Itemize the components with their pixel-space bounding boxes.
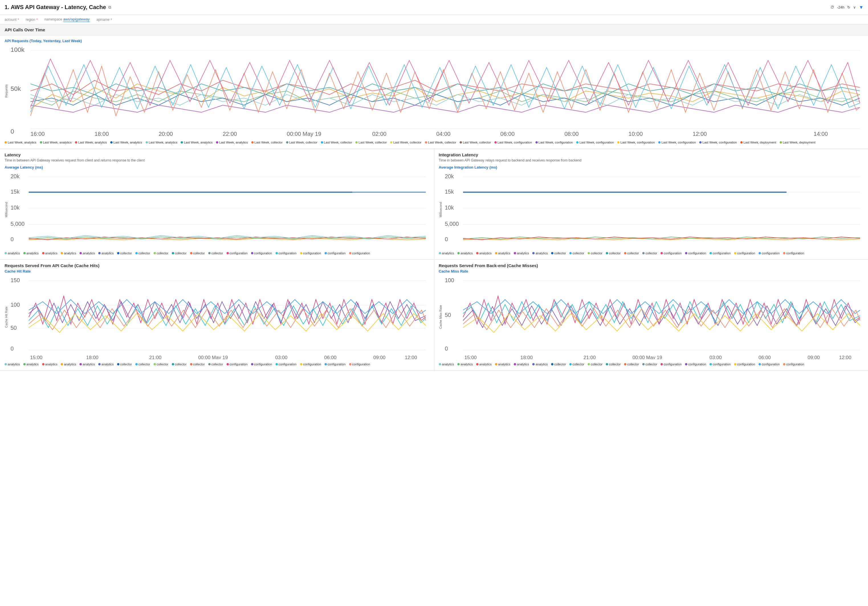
legend-item[interactable]: Last Week, collector	[251, 141, 283, 144]
legend-item[interactable]: configuration	[685, 252, 706, 255]
legend-item[interactable]: Last Week, analytics	[181, 141, 212, 144]
legend-item[interactable]: analytics	[439, 252, 454, 255]
legend-item[interactable]: Last Week, collector	[286, 141, 318, 144]
legend-item[interactable]: configuration	[660, 252, 682, 255]
legend-item[interactable]: collector	[606, 252, 621, 255]
legend-item[interactable]: configuration	[759, 252, 780, 255]
legend-item[interactable]: configuration	[325, 252, 346, 255]
legend-item[interactable]: configuration	[734, 363, 755, 366]
legend-item[interactable]: Last Week, configuration	[494, 141, 532, 144]
legend-item[interactable]: collector	[172, 363, 187, 366]
legend-item[interactable]: analytics	[476, 252, 491, 255]
legend-item[interactable]: configuration	[325, 363, 346, 366]
legend-item[interactable]: configuration	[226, 252, 248, 255]
legend-item[interactable]: collector	[208, 363, 223, 366]
legend-item[interactable]: configuration	[783, 252, 804, 255]
legend-item[interactable]: configuration	[734, 252, 755, 255]
legend-item[interactable]: collector	[190, 363, 205, 366]
legend-item[interactable]: configuration	[251, 363, 272, 366]
legend-item[interactable]: collector	[117, 363, 132, 366]
legend-item[interactable]: configuration	[300, 252, 321, 255]
legend-item[interactable]: configuration	[276, 363, 297, 366]
legend-item[interactable]: Last Week, analytics	[40, 141, 72, 144]
legend-item[interactable]: collector	[606, 363, 621, 366]
legend-item[interactable]: analytics	[79, 252, 95, 255]
legend-item[interactable]: configuration	[349, 363, 370, 366]
legend-item[interactable]: analytics	[61, 252, 76, 255]
legend-item[interactable]: configuration	[783, 363, 804, 366]
legend-item[interactable]: Last Week, analytics	[5, 141, 36, 144]
legend-item[interactable]: analytics	[42, 252, 57, 255]
legend-item[interactable]: analytics	[457, 252, 473, 255]
legend-item[interactable]: Last Week, configuration	[617, 141, 655, 144]
legend-item[interactable]: configuration	[685, 363, 706, 366]
chevron-icon[interactable]: ∨	[853, 5, 856, 9]
legend-item[interactable]: collector	[551, 363, 566, 366]
legend-item[interactable]: collector	[117, 252, 132, 255]
legend-item[interactable]: configuration	[759, 363, 780, 366]
legend-item[interactable]: analytics	[495, 252, 510, 255]
legend-item[interactable]: analytics	[5, 363, 20, 366]
legend-item[interactable]: collector	[172, 252, 187, 255]
legend-item[interactable]: analytics	[79, 363, 95, 366]
legend-item[interactable]: collector	[190, 252, 205, 255]
legend-item[interactable]: Last Week, analytics	[75, 141, 107, 144]
legend-item[interactable]: collector	[153, 363, 168, 366]
legend-item[interactable]: Last Week, deployment	[780, 141, 815, 144]
legend-item[interactable]: Last Week, collector	[425, 141, 456, 144]
legend-item[interactable]: Last Week, collector	[460, 141, 491, 144]
legend-item[interactable]: analytics	[5, 252, 20, 255]
legend-item[interactable]: configuration	[251, 252, 272, 255]
legend-item[interactable]: analytics	[98, 252, 114, 255]
legend-item[interactable]: configuration	[226, 363, 248, 366]
refresh-icon[interactable]: ↻	[847, 5, 850, 9]
external-link-icon[interactable]: ⧉	[108, 5, 111, 10]
legend-item[interactable]: analytics	[23, 252, 39, 255]
legend-item[interactable]: Last Week, analytics	[110, 141, 142, 144]
legend-item[interactable]: Last Week, analytics	[146, 141, 178, 144]
time-range[interactable]: -24h	[837, 5, 844, 9]
legend-item[interactable]: collector	[153, 252, 168, 255]
legend-item[interactable]: configuration	[349, 252, 370, 255]
legend-item[interactable]: collector	[642, 252, 657, 255]
legend-item[interactable]: analytics	[61, 363, 76, 366]
legend-item[interactable]: Last Week, collector	[390, 141, 422, 144]
legend-item[interactable]: collector	[135, 252, 150, 255]
legend-item[interactable]: Last Week, configuration	[658, 141, 696, 144]
legend-item[interactable]: collector	[587, 252, 602, 255]
legend-item[interactable]: Last Week, configuration	[576, 141, 614, 144]
legend-item[interactable]: Last Week, collector	[355, 141, 387, 144]
legend-item[interactable]: collector	[551, 252, 566, 255]
legend-item[interactable]: collector	[569, 252, 584, 255]
legend-item[interactable]: configuration	[710, 363, 731, 366]
legend-item[interactable]: collector	[569, 363, 584, 366]
legend-item[interactable]: configuration	[300, 363, 321, 366]
legend-item[interactable]: Last Week, configuration	[699, 141, 737, 144]
legend-item[interactable]: analytics	[532, 252, 548, 255]
legend-item[interactable]: Last Week, analytics	[216, 141, 248, 144]
filter-icon[interactable]: ▼	[859, 5, 863, 10]
legend-item[interactable]: Last Week, configuration	[535, 141, 573, 144]
legend-item[interactable]: analytics	[495, 363, 510, 366]
legend-item[interactable]: configuration	[710, 252, 731, 255]
legend-item[interactable]: configuration	[276, 252, 297, 255]
legend-item[interactable]: collector	[587, 363, 602, 366]
legend-item[interactable]: analytics	[439, 363, 454, 366]
legend-item[interactable]: analytics	[23, 363, 39, 366]
legend-item[interactable]: analytics	[457, 363, 473, 366]
legend-item[interactable]: collector	[208, 252, 223, 255]
legend-item[interactable]: collector	[624, 252, 639, 255]
legend-item[interactable]: collector	[624, 363, 639, 366]
legend-item[interactable]: Last Week, deployment	[740, 141, 776, 144]
legend-item[interactable]: Last Week, collector	[321, 141, 352, 144]
filter-namespace-value[interactable]: aws/apigateway	[63, 17, 90, 22]
legend-item[interactable]: analytics	[476, 363, 491, 366]
legend-item[interactable]: collector	[135, 363, 150, 366]
legend-item[interactable]: analytics	[514, 252, 529, 255]
legend-item[interactable]: analytics	[98, 363, 114, 366]
legend-item[interactable]: analytics	[514, 363, 529, 366]
legend-item[interactable]: collector	[642, 363, 657, 366]
legend-item[interactable]: analytics	[42, 363, 57, 366]
legend-item[interactable]: analytics	[532, 363, 548, 366]
legend-item[interactable]: configuration	[660, 363, 682, 366]
